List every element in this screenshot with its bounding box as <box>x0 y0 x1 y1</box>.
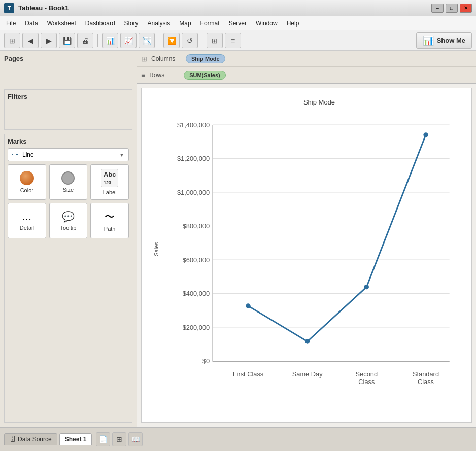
color-icon <box>20 171 34 185</box>
svg-point-19 <box>305 339 310 343</box>
marks-path-item[interactable]: 〜 Path <box>90 203 129 238</box>
separator-1 <box>97 34 98 47</box>
chart-canvas: Ship Mode Sales $1,40 <box>141 88 472 423</box>
label-icon: Abc123 <box>101 169 119 187</box>
marks-color-item[interactable]: Color <box>8 164 46 200</box>
rows-icon: ≡ <box>141 71 145 79</box>
menu-window[interactable]: Window <box>252 18 282 29</box>
svg-text:Second: Second <box>356 370 378 378</box>
marks-tooltip-item[interactable]: 💬 Tooltip <box>49 203 88 238</box>
menu-server[interactable]: Server <box>225 18 251 29</box>
svg-text:Standard: Standard <box>413 370 439 378</box>
forward-button[interactable]: ▶ <box>41 33 57 48</box>
menu-format[interactable]: Format <box>196 18 224 29</box>
back-button[interactable]: ◀ <box>22 33 39 48</box>
pages-section: Pages <box>4 55 132 85</box>
chart-title: Ship Mode <box>177 98 461 106</box>
svg-point-21 <box>423 132 428 137</box>
menu-dashboard[interactable]: Dashboard <box>81 18 119 29</box>
app-icon: T <box>4 3 14 13</box>
columns-icon: ⊞ <box>141 55 147 63</box>
columns-label: Columns <box>151 55 182 62</box>
menu-data[interactable]: Data <box>21 18 42 29</box>
marks-detail-item[interactable]: … Detail <box>8 203 46 238</box>
tab-buttons: 📄 ⊞ 📖 <box>96 432 143 446</box>
svg-text:$1,000,000: $1,000,000 <box>177 189 210 196</box>
new-sheet-button[interactable]: 📄 <box>96 432 110 446</box>
layout-button-1[interactable]: ⊞ <box>207 33 223 48</box>
title-bar: T Tableau - Book1 – □ ✕ <box>0 0 476 16</box>
menu-map[interactable]: Map <box>175 18 195 29</box>
svg-text:$200,000: $200,000 <box>183 324 210 331</box>
menu-worksheet[interactable]: Worksheet <box>43 18 80 29</box>
toolbar: ⊞ ◀ ▶ 💾 🖨 📊 📈 📉 🔽 ↺ ⊞ ≡ 📊 Show Me <box>0 30 476 51</box>
rows-shelf: ≡ Rows SUM(Sales) <box>137 67 476 83</box>
show-me-label: Show Me <box>437 37 465 44</box>
data-source-label: Data Source <box>18 436 52 443</box>
shelves: ⊞ Columns Ship Mode ≡ Rows SUM(Sales) <box>137 51 476 84</box>
rows-label: Rows <box>149 72 180 79</box>
window-controls: – □ ✕ <box>431 4 472 13</box>
svg-point-20 <box>364 285 369 289</box>
close-button[interactable]: ✕ <box>460 4 472 13</box>
filter-button[interactable]: 🔽 <box>163 33 180 48</box>
database-icon: 🗄 <box>10 436 16 443</box>
svg-text:$1,200,000: $1,200,000 <box>177 155 210 162</box>
new-story-button[interactable]: 📖 <box>128 432 143 446</box>
sheet-label: Sheet 1 <box>65 436 87 443</box>
size-label: Size <box>63 187 74 193</box>
chart-inner: Sales $1,400,000 $1,200,00 <box>177 110 461 388</box>
marks-size-item[interactable]: Size <box>49 164 88 200</box>
path-icon: 〜 <box>105 210 115 224</box>
chart-button-2[interactable]: 📈 <box>120 33 137 48</box>
columns-shelf: ⊞ Columns Ship Mode <box>137 51 476 67</box>
marks-type-label: Line <box>22 151 116 158</box>
marks-type-dropdown[interactable]: 〰 Line ▼ <box>8 148 129 161</box>
rows-pill[interactable]: SUM(Sales) <box>184 71 226 80</box>
save-button[interactable]: 💾 <box>59 33 75 48</box>
tooltip-label: Tooltip <box>60 225 77 231</box>
menu-story[interactable]: Story <box>120 18 143 29</box>
filters-label: Filters <box>8 93 129 100</box>
label-label: Label <box>103 189 117 195</box>
show-me-icon: 📊 <box>423 35 434 46</box>
show-me-button[interactable]: 📊 Show Me <box>416 32 472 49</box>
svg-point-18 <box>246 303 250 308</box>
bottom-bar: 🗄 Data Source Sheet 1 📄 ⊞ 📖 <box>0 427 476 451</box>
new-dashboard-button[interactable]: ⊞ <box>112 432 126 446</box>
chart-button-3[interactable]: 📉 <box>139 33 155 48</box>
refresh-button[interactable]: ↺ <box>182 33 198 48</box>
print-button[interactable]: 🖨 <box>77 33 93 48</box>
menu-bar: File Data Worksheet Dashboard Story Anal… <box>0 16 476 30</box>
path-label: Path <box>104 226 116 232</box>
data-source-tab[interactable]: 🗄 Data Source <box>4 433 57 445</box>
minimize-button[interactable]: – <box>431 4 444 13</box>
chart-area: ⊞ Columns Ship Mode ≡ Rows SUM(Sales) Sh… <box>137 51 476 427</box>
svg-text:First Class: First Class <box>233 370 264 378</box>
separator-2 <box>159 34 159 47</box>
color-label: Color <box>20 187 33 193</box>
svg-text:Class: Class <box>358 378 375 386</box>
pages-label: Pages <box>4 55 132 62</box>
menu-file[interactable]: File <box>2 18 20 29</box>
svg-text:$600,000: $600,000 <box>183 256 210 264</box>
filters-section: Filters <box>4 89 132 130</box>
chart-button-1[interactable]: 📊 <box>102 33 118 48</box>
sheet1-tab[interactable]: Sheet 1 <box>59 433 92 445</box>
menu-analysis[interactable]: Analysis <box>144 18 175 29</box>
marks-label: Marks <box>8 137 129 145</box>
svg-text:$0: $0 <box>202 357 210 365</box>
detail-label: Detail <box>20 225 34 231</box>
marks-label-item[interactable]: Abc123 Label <box>90 164 129 200</box>
marks-grid: Color Size Abc123 Label … Detail <box>8 164 129 238</box>
main-layout: Pages Filters Marks 〰 Line ▼ Color <box>0 51 476 427</box>
maximize-button[interactable]: □ <box>446 4 458 13</box>
columns-pill[interactable]: Ship Mode <box>186 54 225 63</box>
new-button[interactable]: ⊞ <box>4 33 20 48</box>
detail-icon: … <box>22 211 32 223</box>
svg-text:$800,000: $800,000 <box>183 222 210 230</box>
layout-button-2[interactable]: ≡ <box>225 33 241 48</box>
menu-help[interactable]: Help <box>283 18 303 29</box>
left-panel: Pages Filters Marks 〰 Line ▼ Color <box>0 51 137 427</box>
marks-section: Marks 〰 Line ▼ Color Size Abc12 <box>4 134 132 423</box>
